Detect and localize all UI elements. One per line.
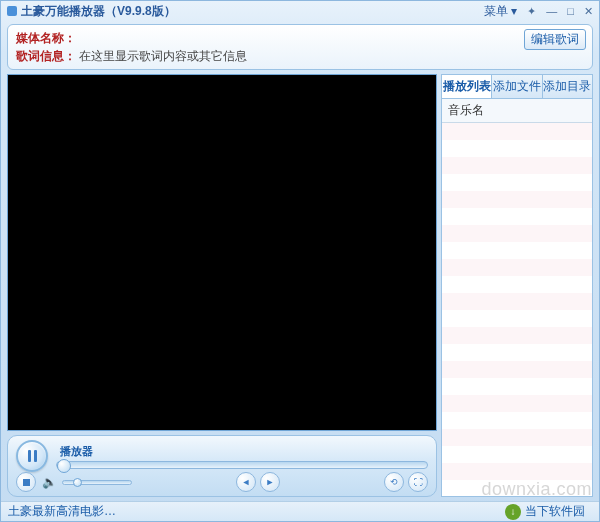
window-controls: ✦ — □ ✕ <box>527 5 593 18</box>
edit-lyrics-button[interactable]: 编辑歌词 <box>524 29 586 50</box>
list-item[interactable] <box>442 361 592 378</box>
footer-link[interactable]: 土豪最新高清电影… <box>8 503 116 520</box>
seek-bar[interactable] <box>56 461 428 469</box>
nav-group: ◄ ► <box>236 472 280 492</box>
list-item[interactable] <box>442 259 592 276</box>
volume-slider[interactable] <box>62 480 132 485</box>
list-item[interactable] <box>442 157 592 174</box>
list-item[interactable] <box>442 327 592 344</box>
list-item[interactable] <box>442 191 592 208</box>
footer-brand: 当下软件园 <box>525 503 585 520</box>
playlist-tabs: 播放列表 添加文件 添加目录 <box>442 75 592 99</box>
list-item[interactable] <box>442 480 592 496</box>
app-frame: 土豪万能播放器（V9.9.8版） 菜单 ▾ ✦ — □ ✕ 媒体名称： 歌词信息… <box>0 0 600 522</box>
maximize-icon[interactable]: □ <box>567 5 574 18</box>
list-item[interactable] <box>442 446 592 463</box>
list-item[interactable] <box>442 276 592 293</box>
app-icon <box>7 6 17 16</box>
volume-icon[interactable]: 🔈 <box>42 475 56 489</box>
list-item[interactable] <box>442 412 592 429</box>
tab-playlist[interactable]: 播放列表 <box>442 75 492 98</box>
minimize-icon[interactable]: — <box>546 5 557 18</box>
list-item[interactable] <box>442 174 592 191</box>
list-item[interactable] <box>442 463 592 480</box>
repeat-icon: ⟲ <box>390 477 398 487</box>
content-row: 播放器 🔈 ◄ <box>1 70 599 501</box>
list-item[interactable] <box>442 225 592 242</box>
menu-button[interactable]: 菜单 ▾ <box>484 3 517 20</box>
list-item[interactable] <box>442 123 592 140</box>
prev-button[interactable]: ◄ <box>236 472 256 492</box>
fullscreen-icon: ⛶ <box>414 477 423 487</box>
list-item[interactable] <box>442 242 592 259</box>
repeat-button[interactable]: ⟲ <box>384 472 404 492</box>
media-name-label: 媒体名称： <box>16 31 76 45</box>
pause-icon <box>28 450 37 462</box>
list-item[interactable] <box>442 395 592 412</box>
stop-icon <box>23 479 30 486</box>
tab-add-file[interactable]: 添加文件 <box>492 75 542 98</box>
volume-thumb[interactable] <box>73 478 82 487</box>
app-title: 土豪万能播放器（V9.9.8版） <box>21 3 176 20</box>
list-item[interactable] <box>442 208 592 225</box>
lyric-info-value: 在这里显示歌词内容或其它信息 <box>79 49 247 63</box>
tab-add-folder[interactable]: 添加目录 <box>543 75 592 98</box>
extra-group: ⟲ ⛶ <box>384 472 428 492</box>
player-column: 播放器 🔈 ◄ <box>7 74 437 497</box>
close-icon[interactable]: ✕ <box>584 5 593 18</box>
stop-button[interactable] <box>16 472 36 492</box>
play-pause-button[interactable] <box>16 440 48 472</box>
playlist-column-header: 音乐名 <box>442 99 592 123</box>
player-label: 播放器 <box>60 444 428 459</box>
lyric-info-label: 歌词信息： <box>16 49 76 63</box>
seek-thumb[interactable] <box>57 459 71 473</box>
player-controls: 播放器 🔈 ◄ <box>7 435 437 497</box>
list-item[interactable] <box>442 310 592 327</box>
prev-icon: ◄ <box>242 477 251 487</box>
download-icon: ↓ <box>505 504 521 520</box>
list-item[interactable] <box>442 378 592 395</box>
pin-icon[interactable]: ✦ <box>527 5 536 18</box>
list-item[interactable] <box>442 429 592 446</box>
list-item[interactable] <box>442 140 592 157</box>
title-bar: 土豪万能播放器（V9.9.8版） 菜单 ▾ ✦ — □ ✕ <box>1 1 599 21</box>
info-bar: 媒体名称： 歌词信息： 在这里显示歌词内容或其它信息 编辑歌词 <box>7 24 593 70</box>
next-icon: ► <box>266 477 275 487</box>
video-area[interactable] <box>7 74 437 431</box>
fullscreen-button[interactable]: ⛶ <box>408 472 428 492</box>
playlist-list[interactable] <box>442 123 592 496</box>
list-item[interactable] <box>442 344 592 361</box>
playlist-panel: 播放列表 添加文件 添加目录 音乐名 <box>441 74 593 497</box>
next-button[interactable]: ► <box>260 472 280 492</box>
list-item[interactable] <box>442 293 592 310</box>
